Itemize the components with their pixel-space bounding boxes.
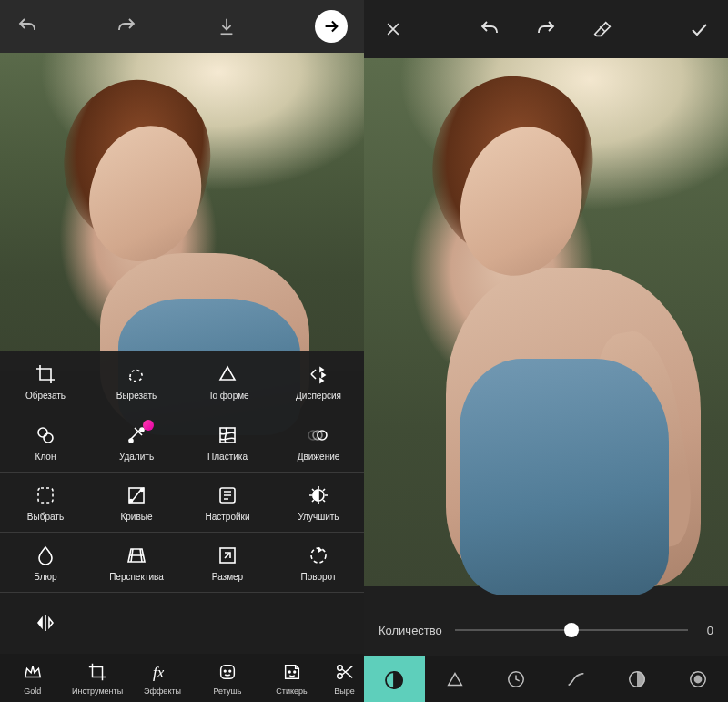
- tool-motion[interactable]: Движение: [273, 412, 364, 472]
- enhance-icon: [307, 483, 330, 507]
- fx-icon: fx: [151, 660, 175, 684]
- tool-blur[interactable]: Блюр: [0, 533, 91, 592]
- eraser-icon[interactable]: [592, 18, 613, 40]
- tool-resize[interactable]: Размер: [182, 533, 273, 592]
- ribbon-stickers[interactable]: Стикеры: [260, 654, 325, 702]
- ribbon-label: Эффекты: [144, 687, 181, 696]
- amount-slider[interactable]: [455, 629, 688, 631]
- ribbon-label: Выре: [334, 687, 354, 696]
- remove-icon: [125, 423, 148, 447]
- ribbon-label: Ретушь: [214, 687, 242, 696]
- tool-label: Клон: [35, 452, 56, 462]
- svg-text:fx: fx: [153, 664, 165, 681]
- motion-icon: [307, 423, 330, 447]
- tool-curves[interactable]: Кривые: [91, 473, 182, 532]
- half-circle-icon: [626, 668, 648, 690]
- tool-label: По форме: [206, 391, 248, 401]
- effects-ribbon: [364, 656, 728, 702]
- apply-icon[interactable]: [688, 18, 710, 40]
- forward-button[interactable]: [315, 10, 348, 43]
- svg-rect-8: [38, 488, 53, 503]
- photo-canvas-right[interactable]: [364, 58, 728, 586]
- svg-point-0: [38, 428, 47, 437]
- tool-label: Настройки: [205, 512, 249, 522]
- ribbon-label: Инструменты: [72, 687, 123, 696]
- shape-icon: [216, 362, 239, 386]
- tool-remove[interactable]: Удалить: [91, 412, 182, 472]
- bottom-ribbon-left: Gold Инструменты fx Эффекты Ретушь Стике…: [0, 654, 364, 702]
- fx-contrast[interactable]: [364, 656, 425, 702]
- svg-point-18: [224, 670, 226, 672]
- tool-rotate[interactable]: Поворот: [273, 533, 364, 592]
- ribbon-effects[interactable]: fx Эффекты: [130, 654, 195, 702]
- tool-label: Кривые: [120, 512, 152, 522]
- rotate-icon: [307, 544, 330, 567]
- svg-point-21: [294, 671, 296, 673]
- svg-point-10: [130, 499, 133, 502]
- ribbon-cutout-nav[interactable]: Выре: [325, 654, 364, 702]
- tool-label: Обрезать: [25, 391, 66, 401]
- tool-selection[interactable]: Выбрать: [0, 473, 91, 532]
- blur-icon: [34, 544, 57, 567]
- svg-point-22: [337, 666, 342, 671]
- redo-icon[interactable]: [535, 18, 557, 40]
- tool-clone[interactable]: Клон: [0, 412, 91, 472]
- undo-icon[interactable]: [16, 15, 38, 37]
- curves-icon: [125, 483, 148, 507]
- sticker-icon: [280, 660, 304, 684]
- tool-label: Размер: [212, 572, 243, 582]
- tool-label: Перспектива: [109, 572, 164, 582]
- fx-shadows[interactable]: [607, 656, 668, 702]
- perspective-icon: [125, 544, 148, 567]
- tool-shape-crop[interactable]: По форме: [182, 351, 273, 412]
- tool-cutout[interactable]: Вырезать: [91, 351, 182, 412]
- undo-icon[interactable]: [479, 18, 500, 40]
- crop-icon: [34, 362, 57, 386]
- svg-rect-4: [220, 428, 235, 443]
- tool-crop[interactable]: Обрезать: [0, 351, 91, 412]
- slider-thumb[interactable]: [564, 623, 579, 637]
- ribbon-gold[interactable]: Gold: [0, 654, 65, 702]
- tools-panel: Обрезать Вырезать По форме Дисперсия Кло…: [0, 351, 364, 654]
- lasso-icon: [125, 362, 148, 386]
- tool-label: Дисперсия: [296, 391, 341, 401]
- crown-icon: [21, 660, 45, 684]
- ribbon-tools[interactable]: Инструменты: [65, 654, 129, 702]
- tool-dispersion[interactable]: Дисперсия: [273, 351, 364, 412]
- face-icon: [216, 660, 239, 684]
- tools-nav-icon: [86, 660, 109, 684]
- slider-bar: Количество 0: [364, 605, 728, 656]
- fx-clock[interactable]: [485, 656, 546, 702]
- tool-enhance[interactable]: Улучшить: [273, 473, 364, 532]
- fx-curves[interactable]: [546, 656, 607, 702]
- fx-vignette[interactable]: [667, 656, 728, 702]
- svg-rect-17: [221, 666, 235, 679]
- tool-warp[interactable]: Пластика: [182, 412, 273, 472]
- slider-value: 0: [701, 624, 713, 637]
- download-icon[interactable]: [216, 15, 238, 37]
- redo-icon[interactable]: [116, 15, 137, 37]
- tool-flip[interactable]: [0, 593, 91, 652]
- tool-label: Вырезать: [116, 391, 157, 401]
- close-icon[interactable]: [382, 18, 404, 40]
- tool-label: Поворот: [301, 572, 337, 582]
- ribbon-beautify[interactable]: Ретушь: [195, 654, 259, 702]
- clock-icon: [505, 668, 527, 690]
- tool-perspective[interactable]: Перспектива: [91, 533, 182, 592]
- warp-icon: [216, 423, 239, 447]
- svg-point-28: [694, 676, 701, 682]
- svg-point-20: [289, 671, 291, 673]
- svg-point-11: [141, 488, 144, 491]
- svg-point-3: [140, 428, 144, 432]
- scissors-icon: [333, 660, 357, 684]
- resize-icon: [216, 544, 239, 567]
- photo-canvas-left[interactable]: [0, 53, 364, 371]
- tool-label: Удалить: [119, 452, 154, 462]
- contrast-icon: [383, 669, 405, 691]
- left-screen: Обрезать Вырезать По форме Дисперсия Кло…: [0, 0, 364, 702]
- tool-adjust[interactable]: Настройки: [182, 473, 273, 532]
- fx-triangle[interactable]: [425, 656, 486, 702]
- circle-glow-icon: [687, 668, 709, 690]
- dispersion-icon: [307, 362, 330, 386]
- triangle-icon: [444, 668, 466, 690]
